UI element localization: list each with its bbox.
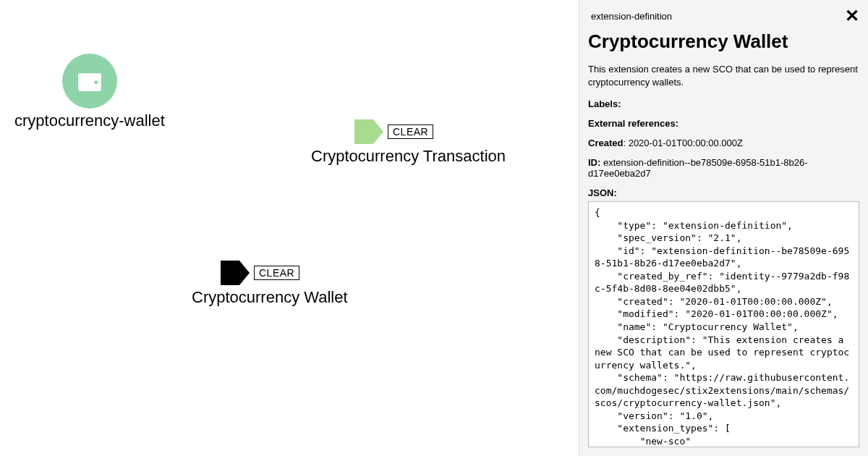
wallet-icon xyxy=(62,54,117,109)
clear-button-wallet[interactable]: CLEAR xyxy=(254,266,299,280)
details-sidebar: extension-definition ✕ Cryptocurrency Wa… xyxy=(579,0,868,456)
sidebar-description: This extension creates a new SCO that ca… xyxy=(588,63,859,88)
node-cryptocurrency-wallet-tag[interactable]: CLEAR Cryptocurrency Wallet xyxy=(192,261,348,307)
tag-icon xyxy=(221,261,250,285)
tag-icon xyxy=(354,119,383,144)
close-icon[interactable]: ✕ xyxy=(845,7,859,25)
field-created: Created: 2020-01-01T00:00:00.000Z xyxy=(588,138,859,148)
svg-point-2 xyxy=(94,80,98,84)
graph-canvas[interactable]: cryptocurrency-wallet CLEAR Cryptocurren… xyxy=(0,0,579,456)
node-label: cryptocurrency-wallet xyxy=(14,111,165,130)
field-json-label: JSON: xyxy=(588,187,859,198)
field-id: ID: extension-definition--be78509e-6958-… xyxy=(588,157,859,179)
node-label: Cryptocurrency Transaction xyxy=(311,147,506,166)
field-labels: Labels: xyxy=(588,98,859,109)
svg-marker-3 xyxy=(354,119,383,144)
sidebar-title: Cryptocurrency Wallet xyxy=(588,30,859,53)
field-external-references: External references: xyxy=(588,118,859,129)
clear-button-transaction[interactable]: CLEAR xyxy=(388,124,433,139)
node-label: Cryptocurrency Wallet xyxy=(192,288,348,307)
json-content[interactable]: { "type": "extension-definition", "spec_… xyxy=(588,201,859,447)
node-cryptocurrency-wallet[interactable]: cryptocurrency-wallet xyxy=(14,54,165,130)
object-type-label: extension-definition xyxy=(588,11,672,22)
svg-rect-1 xyxy=(78,74,101,79)
svg-marker-4 xyxy=(221,261,250,285)
node-cryptocurrency-transaction[interactable]: CLEAR Cryptocurrency Transaction xyxy=(311,119,506,166)
